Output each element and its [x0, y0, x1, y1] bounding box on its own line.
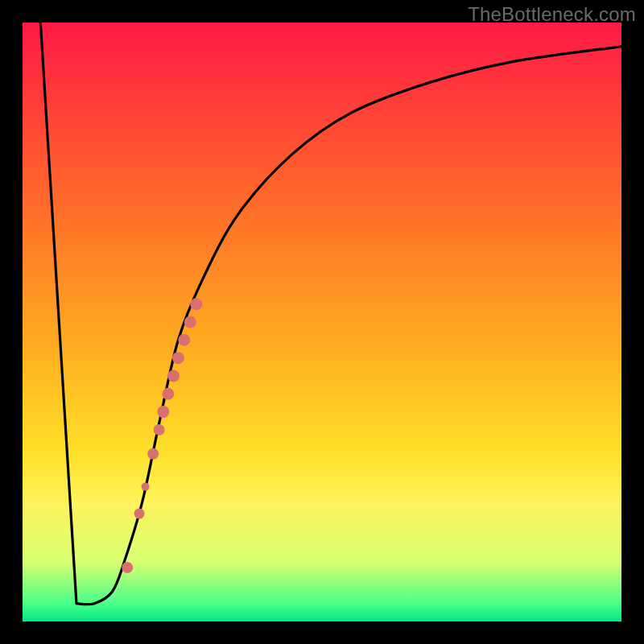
highlight-point-marker	[162, 388, 174, 400]
highlight-point-marker	[134, 509, 145, 519]
chart-plot-area	[23, 23, 621, 621]
highlight-point-marker	[147, 448, 159, 460]
highlight-point-marker	[190, 298, 202, 310]
highlight-point-marker	[167, 369, 180, 382]
highlight-point-marker	[178, 334, 190, 346]
highlight-point-marker	[157, 406, 169, 418]
chart-frame: TheBottleneck.com	[0, 0, 644, 644]
highlight-point-marker	[184, 316, 196, 328]
bottleneck-curve	[40, 23, 621, 605]
highlight-point-marker	[172, 352, 184, 364]
highlight-point-marker	[154, 424, 165, 436]
chart-svg	[23, 23, 621, 621]
highlight-segment-marker	[122, 562, 133, 573]
highlight-point-marker	[142, 483, 150, 491]
